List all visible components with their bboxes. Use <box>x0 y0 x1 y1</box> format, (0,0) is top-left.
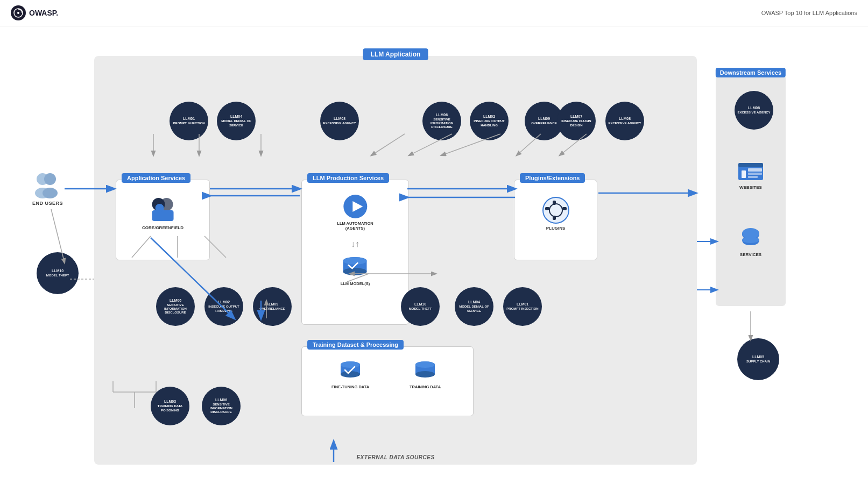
svg-rect-15 <box>562 207 567 210</box>
websites-label: WEBSITES <box>739 185 762 190</box>
llm02-bottom-desc: INSECURE OUTPUT HANDLING <box>204 305 243 312</box>
end-users-icon <box>33 172 62 198</box>
llm04-center-desc: MODEL DENIAL OF SERVICE <box>455 305 493 312</box>
llm01-code: LLM01 <box>183 117 195 120</box>
svg-rect-16 <box>553 216 556 220</box>
end-users: END USERS <box>32 172 63 206</box>
llm08-ds-code: LLM08 <box>748 106 760 110</box>
llm04-desc: MODEL DENIAL OF SERVICE <box>217 119 256 127</box>
vuln-llm06-bottom: LLM06 SENSITIVE INFORMATION DISCLOSURE <box>156 287 195 326</box>
svg-rect-4 <box>152 210 174 221</box>
llm07-desc: INSECURE PLUGIN DESIGN <box>557 119 596 127</box>
svg-point-44 <box>742 237 759 243</box>
llm08-mid-desc: EXCESSIVE AGENCY <box>321 122 358 125</box>
svg-rect-37 <box>738 163 763 167</box>
svg-rect-38 <box>742 170 746 178</box>
llm07-code: LLM07 <box>570 115 582 118</box>
llm01-center-desc: PROMPT INJECTION <box>504 307 540 311</box>
llm09-right-desc: OVERRELIANCE <box>529 122 559 125</box>
vuln-llm04-center: LLM04 MODEL DENIAL OF SERVICE <box>455 287 493 326</box>
llm10-center-code: LLM10 <box>414 302 426 306</box>
llm02-bottom-code: LLM02 <box>218 300 230 304</box>
app-services-title: Application Services <box>122 173 190 183</box>
fine-tuning-label: FINE-TUNING DATA <box>331 385 369 389</box>
core-greenfield-icon <box>148 196 178 223</box>
svg-rect-39 <box>748 168 762 172</box>
vuln-llm02-right: LLM02 INSECURE OUTPUT HANDLING <box>470 102 509 140</box>
llm01-desc: PROMPT INJECTION <box>171 122 207 125</box>
vuln-llm10-left: LLM10 MODEL THEFT <box>37 252 79 294</box>
vuln-llm08-plugin: LLM08 EXCESSIVE AGENCY <box>605 102 644 140</box>
llm08-plugin-desc: EXCESSIVE AGENCY <box>606 122 643 125</box>
training-box: Training Dataset & Processing FINE-TUNIN… <box>301 346 474 416</box>
core-label: CORE/GREENFIELD <box>142 225 184 230</box>
llm-models-label: LLM MODEL(S) <box>341 281 370 286</box>
llm-app-label: LLM Application <box>363 48 428 60</box>
vuln-llm09-bottom: LLM09 OVERRELIANCE <box>253 287 292 326</box>
llm05-code: LLM05 <box>752 355 764 359</box>
svg-point-20 <box>341 371 360 378</box>
services-item: SERVICES <box>738 228 763 257</box>
svg-point-24 <box>415 371 435 378</box>
vuln-llm08-mid: LLM08 EXCESSIVE AGENCY <box>320 102 359 140</box>
vuln-llm04-top: LLM04 MODEL DENIAL OF SERVICE <box>217 102 256 140</box>
llm06-right-code: LLM06 <box>436 113 448 117</box>
llm05-desc: SUPPLY CHAIN <box>744 360 772 364</box>
plugins-box: Plugins/Extensions PLUGINS <box>514 180 597 260</box>
llm08-mid-code: LLM08 <box>334 117 345 120</box>
llm06-training-code: LLM06 <box>215 398 227 402</box>
services-icon <box>738 228 763 251</box>
downstream-title: Downstream Services <box>716 68 786 77</box>
llm10-left-desc: MODEL THEFT <box>44 274 72 277</box>
owasp-logo-icon <box>11 5 26 20</box>
llm04-code: LLM04 <box>230 115 242 118</box>
llm01-center-code: LLM01 <box>517 302 528 306</box>
logo: OWASP. <box>11 5 58 20</box>
llm09-right-code: LLM09 <box>538 117 550 120</box>
external-data-label: EXTERNAL DATA SOURCES <box>356 454 434 460</box>
vuln-llm08-downstream: LLM08 EXCESSIVE AGENCY <box>735 91 773 130</box>
llm10-left-code: LLM10 <box>52 269 63 273</box>
svg-rect-14 <box>553 201 556 205</box>
training-data-label: TRAINING DATA <box>410 385 441 389</box>
vuln-llm06-right: LLM06 SENSITIVE INFORMATION DISCLOSURE <box>422 102 461 140</box>
llm09-bottom-code: LLM09 <box>266 302 278 306</box>
vuln-llm01-top: LLM01 PROMPT INJECTION <box>170 102 208 140</box>
llm-production-box: LLM Production Services LLM AUTOMATION(A… <box>301 180 409 325</box>
llm02-right-desc: INSECURE OUTPUT HANDLING <box>470 119 509 127</box>
end-users-label: END USERS <box>32 201 63 206</box>
svg-rect-17 <box>545 207 549 210</box>
llm06-bottom-desc: SENSITIVE INFORMATION DISCLOSURE <box>156 303 195 315</box>
app-services-box: Application Services CORE/GREENFIELD <box>116 180 210 260</box>
down-arrows: ↓↑ <box>351 239 359 249</box>
header: OWASP. OWASP Top 10 for LLM Applications <box>0 0 868 26</box>
llm10-center-desc: MODEL THEFT <box>407 307 434 311</box>
plugins-title: Plugins/Extensions <box>520 173 585 183</box>
llm09-bottom-desc: OVERRELIANCE <box>257 307 287 311</box>
vuln-llm02-bottom: LLM02 INSECURE OUTPUT HANDLING <box>204 287 243 326</box>
diagram-container: LLM Application Application Services COR… <box>0 26 868 477</box>
llm02-right-code: LLM02 <box>483 115 495 118</box>
llm-app-container: LLM Application Application Services COR… <box>94 56 697 465</box>
vuln-llm05-supply: LLM05 SUPPLY CHAIN <box>737 338 779 380</box>
svg-point-10 <box>343 268 367 275</box>
llm06-right-desc: SENSITIVE INFORMATION DISCLOSURE <box>422 118 461 130</box>
automation-label: LLM AUTOMATION(AGENTS) <box>337 221 373 231</box>
llm06-training-desc: SENSITIVE INFORMATION DISCLOSURE <box>202 403 241 415</box>
training-title: Training Dataset & Processing <box>307 340 404 350</box>
llm03-desc: TRAINING DATA POISONING <box>151 404 189 412</box>
svg-point-5 <box>156 204 164 212</box>
llm-production-title: LLM Production Services <box>307 173 389 183</box>
svg-rect-41 <box>748 176 758 178</box>
llm-models-icon <box>341 255 370 280</box>
llm04-center-code: LLM04 <box>468 300 480 304</box>
llm08-plugin-code: LLM08 <box>619 117 631 120</box>
svg-point-21 <box>341 361 360 368</box>
services-label: SERVICES <box>740 252 761 257</box>
svg-point-1 <box>17 12 19 14</box>
websites-icon <box>737 161 764 183</box>
vuln-llm10-center: LLM10 MODEL THEFT <box>401 287 440 326</box>
vuln-llm07-plugin: LLM07 INSECURE PLUGIN DESIGN <box>557 102 596 140</box>
llm08-ds-desc: EXCESSIVE AGENCY <box>735 111 772 115</box>
logo-text: OWASP. <box>29 9 58 17</box>
